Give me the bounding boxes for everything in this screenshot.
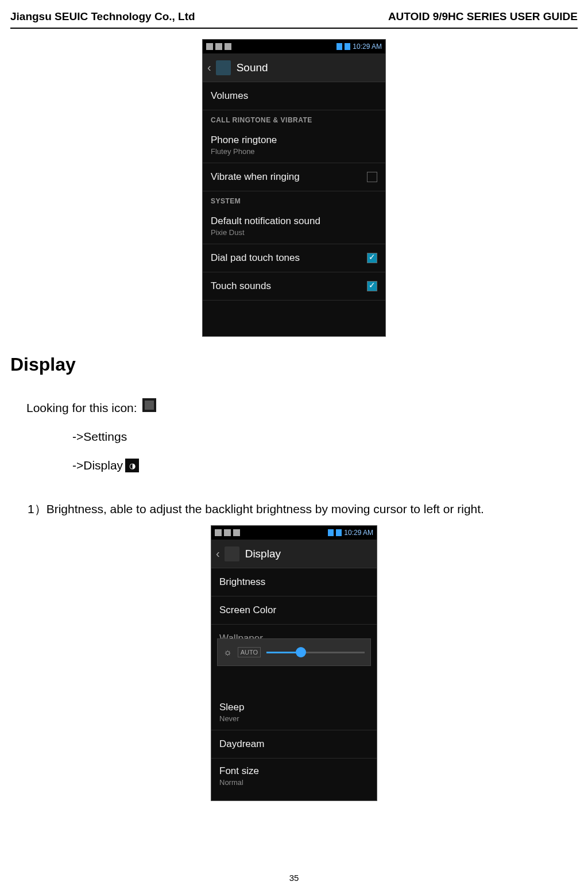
usb-icon [233,529,240,536]
header-company: Jiangsu SEUIC Technology Co., Ltd [10,10,195,23]
row-phone-ringtone[interactable]: Phone ringtone Flutey Phone [203,128,385,163]
row-default-notif[interactable]: Default notification sound Pixie Dust [203,209,385,244]
battery-icon [336,529,342,536]
app-bar[interactable]: ‹ Sound [203,53,385,82]
usb-icon [225,43,231,50]
status-icon [215,529,222,536]
sleep-label: Sleep [219,702,369,713]
row-sleep[interactable]: Sleep Never [211,695,377,730]
battery-icon [345,43,350,50]
brightness-icon: ☼ [223,647,232,657]
settings-app-icon [142,398,156,412]
status-icon [206,43,213,50]
phone-ringtone-label: Phone ringtone [211,134,377,146]
touch-sounds-checkbox[interactable] [367,281,377,291]
dial-pad-checkbox[interactable] [367,253,377,263]
back-icon[interactable]: ‹ [207,61,211,74]
default-notif-value: Pixie Dust [211,228,377,237]
brightness-slider[interactable] [266,652,365,653]
dial-pad-label: Dial pad touch tones [211,252,300,264]
status-bar: 10:29 AM [203,40,385,53]
section-ringtone: CALL RINGTONE & VIBRATE [203,110,385,128]
daydream-label: Daydream [219,738,264,750]
status-time: 10:29 AM [344,529,373,537]
row-brightness[interactable]: Brightness [211,568,377,596]
sleep-value: Never [219,714,369,723]
row-daydream[interactable]: Daydream [211,730,377,759]
status-time: 10:29 AM [353,43,382,51]
display-icon: ◑ [125,459,139,472]
signal-icon [336,43,342,50]
vibrate-checkbox[interactable] [367,172,377,182]
row-screen-color[interactable]: Screen Color [211,596,377,625]
screenshot-display: 10:29 AM ‹ Display Brightness Screen Col… [211,525,377,801]
status-icon [215,43,222,50]
default-notif-label: Default notification sound [211,215,377,227]
phone-ringtone-value: Flutey Phone [211,147,377,156]
display-app-icon [225,546,239,561]
section-title-display: Display [10,354,578,375]
screenshot-sound: 10:29 AM ‹ Sound Volumes CALL RINGTONE &… [202,39,386,337]
row-font-size[interactable]: Font size Normal [211,759,377,794]
screen-color-label: Screen Color [219,605,276,616]
brightness-label: Brightness [219,576,265,588]
header-rule [10,28,578,29]
app-title: Display [245,548,281,560]
status-icon [224,529,231,536]
brightness-slider-popup: ☼ AUTO [217,638,371,666]
app-bar[interactable]: ‹ Display [211,540,377,568]
page-number: 35 [0,873,588,883]
auto-brightness-toggle[interactable]: AUTO [238,647,261,657]
sound-icon [216,60,231,75]
nav-settings-line: ->Settings [72,430,578,444]
row-volumes[interactable]: Volumes [203,82,385,110]
volumes-label: Volumes [211,90,248,102]
row-touch-sounds[interactable]: Touch sounds [203,272,385,301]
section-system: SYSTEM [203,191,385,209]
touch-sounds-label: Touch sounds [211,280,271,292]
status-bar: 10:29 AM [211,526,377,540]
app-title: Sound [237,61,268,74]
row-dial-pad[interactable]: Dial pad touch tones [203,244,385,272]
signal-icon [328,529,334,536]
row-vibrate[interactable]: Vibrate when ringing [203,163,385,191]
looking-for-icon: Looking for this icon: [26,398,578,415]
back-icon[interactable]: ‹ [216,547,220,560]
font-size-value: Normal [219,778,369,787]
slider-thumb[interactable] [296,647,306,657]
font-size-label: Font size [219,765,369,777]
step-1-text: 1）Brightness, able to adjust the backlig… [28,501,578,517]
nav-display-line: ->Display ◑ [72,459,578,472]
header-guide: AUTOID 9/9HC SERIES USER GUIDE [388,10,578,23]
vibrate-label: Vibrate when ringing [211,171,300,183]
